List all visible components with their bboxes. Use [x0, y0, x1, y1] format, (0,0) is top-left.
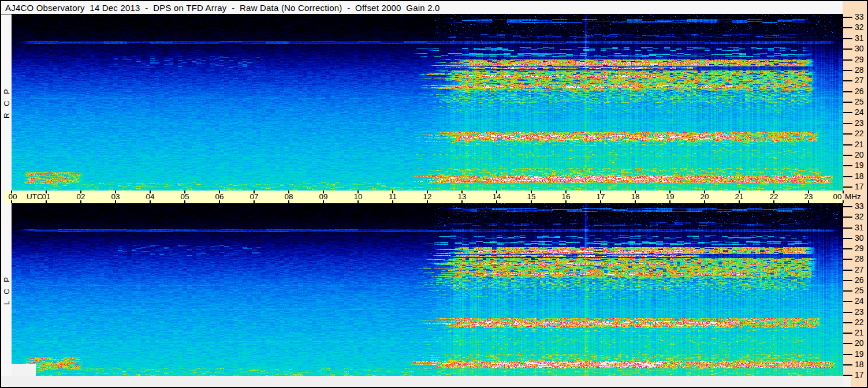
freq-tick — [843, 155, 852, 156]
freq-tick — [843, 333, 852, 334]
freq-tick — [843, 280, 852, 281]
freq-tick-label: 25 — [855, 97, 867, 106]
time-tick-label: 11 — [384, 192, 401, 201]
freq-tick-label: 28 — [855, 254, 867, 263]
freq-tick-label: 27 — [855, 265, 867, 274]
rcp-panel-label: R C P — [1, 14, 12, 191]
time-tick-label: 18 — [627, 192, 644, 201]
freq-tick-label: 32 — [855, 212, 867, 221]
freq-tick-label: 29 — [855, 244, 867, 253]
chart-title: AJ4CO Observatory 14 Dec 2013 - DPS on T… — [1, 3, 440, 13]
freq-tick-label: 21 — [855, 140, 867, 149]
freq-tick — [843, 27, 852, 28]
time-tick-label: 12 — [419, 192, 436, 201]
freq-tick — [843, 238, 852, 239]
time-tick-label: 05 — [176, 192, 193, 201]
time-tick-label: 14 — [488, 192, 505, 201]
freq-tick-label: 20 — [855, 150, 867, 159]
time-tick-label: 16 — [557, 192, 575, 201]
freq-tick — [843, 290, 852, 292]
freq-tick — [843, 112, 852, 113]
freq-tick — [843, 206, 852, 207]
freq-tick-label: 20 — [855, 338, 867, 348]
freq-tick-label: 18 — [855, 360, 867, 369]
mhz-unit-label: MHz — [845, 192, 861, 201]
freq-tick — [843, 17, 852, 18]
time-tick-label: 20 — [696, 192, 713, 201]
freq-tick-label: 22 — [855, 129, 867, 138]
freq-tick — [843, 312, 852, 313]
time-tick-label: 13 — [453, 192, 471, 201]
lcp-data-gap — [12, 364, 36, 376]
freq-tick-label: 26 — [855, 87, 867, 96]
time-tick-label: 21 — [731, 192, 748, 201]
time-tick-label: 00 — [4, 192, 21, 201]
time-tick-label: 10 — [349, 192, 367, 201]
freq-tick — [843, 70, 852, 71]
freq-tick — [843, 91, 852, 92]
freq-tick-label: 28 — [855, 65, 867, 74]
freq-tick-label: 26 — [855, 275, 867, 285]
freq-tick — [843, 270, 852, 271]
freq-tick — [843, 227, 852, 229]
freq-tick — [843, 343, 852, 344]
time-tick-label: 00 — [829, 192, 846, 201]
freq-tick-label: 24 — [855, 296, 867, 305]
freq-tick-label: 19 — [855, 161, 867, 170]
freq-tick — [843, 322, 852, 323]
freq-tick-label: 19 — [855, 349, 867, 359]
freq-tick — [843, 354, 852, 355]
freq-tick — [843, 38, 852, 39]
freq-tick — [843, 217, 852, 218]
time-tick-label: 15 — [523, 192, 540, 201]
spectrograph-window: AJ4CO Observatory 14 Dec 2013 - DPS on T… — [0, 0, 868, 388]
freq-tick — [843, 301, 852, 302]
freq-tick-label: 33 — [855, 202, 867, 211]
time-tick-label: 07 — [245, 192, 263, 201]
freq-tick — [843, 48, 852, 50]
time-tick-label: 01 — [38, 192, 55, 201]
freq-tick-label: 17 — [855, 370, 867, 379]
freq-tick-label: 32 — [855, 23, 867, 32]
freq-tick — [843, 59, 852, 61]
freq-tick-label: 24 — [855, 107, 867, 117]
time-tick-label: 08 — [280, 192, 297, 201]
freq-tick-label: 21 — [855, 328, 867, 337]
time-tick-label: 23 — [800, 192, 817, 201]
freq-tick — [843, 80, 852, 81]
freq-tick-label: 25 — [855, 286, 867, 295]
freq-tick — [843, 375, 852, 376]
time-tick-label: 04 — [141, 192, 159, 201]
freq-tick-label: 29 — [855, 55, 867, 64]
corner-gap — [843, 376, 851, 387]
freq-tick — [843, 364, 852, 365]
freq-tick-label: 31 — [855, 33, 867, 43]
freq-tick-label: 18 — [855, 171, 867, 181]
freq-tick — [843, 133, 852, 135]
freq-tick — [843, 186, 852, 188]
freq-tick-label: 33 — [855, 12, 867, 21]
freq-tick-label: 31 — [855, 223, 867, 232]
time-tick-label: 02 — [72, 192, 90, 201]
time-tick-label: 22 — [765, 192, 783, 201]
freq-tick-label: 22 — [855, 318, 867, 327]
rcp-spectrogram — [12, 14, 843, 191]
freq-tick — [843, 123, 852, 124]
lcp-spectrogram — [12, 203, 843, 376]
freq-tick — [843, 144, 852, 146]
freq-tick — [843, 248, 852, 249]
time-tick-label: 17 — [592, 192, 609, 201]
freq-tick-label: 27 — [855, 76, 867, 85]
time-tick-label: 03 — [107, 192, 124, 201]
freq-tick-label: 17 — [855, 182, 867, 191]
lcp-panel-label: L C P — [1, 203, 12, 376]
freq-tick-label: 23 — [855, 307, 867, 316]
freq-tick — [843, 165, 852, 166]
time-tick-label: 19 — [661, 192, 679, 201]
bottom-margin — [1, 376, 843, 387]
freq-tick-label: 30 — [855, 44, 867, 53]
freq-tick-label: 23 — [855, 118, 867, 128]
freq-tick — [843, 176, 852, 177]
time-tick-label: 09 — [315, 192, 332, 201]
time-tick-label: 06 — [211, 192, 228, 201]
